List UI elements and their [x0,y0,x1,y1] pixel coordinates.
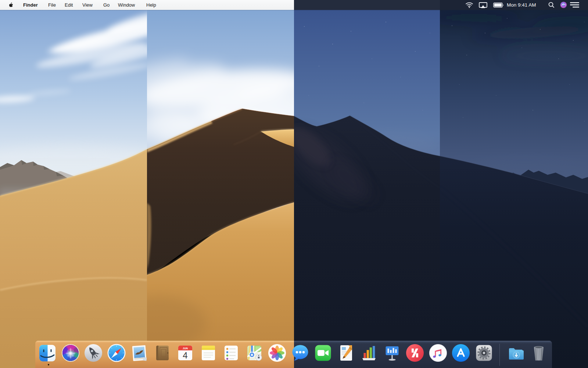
svg-text:JUN: JUN [183,347,188,350]
svg-text:4: 4 [183,350,187,360]
